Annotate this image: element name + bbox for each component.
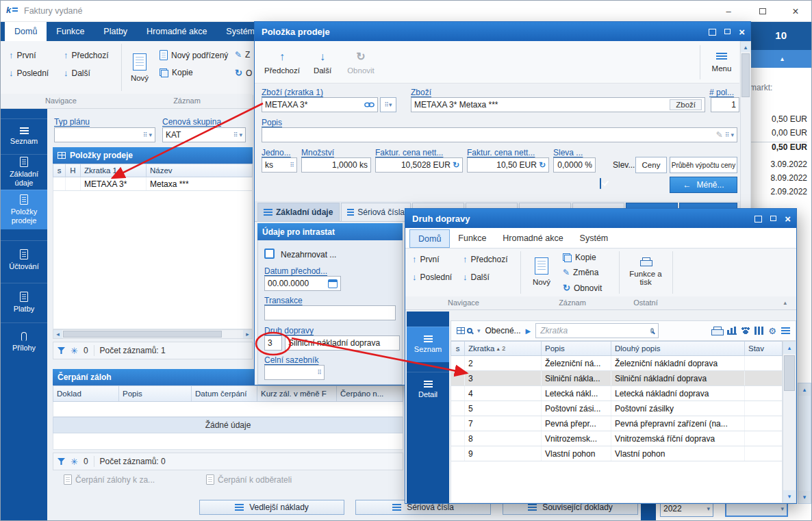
advances-grid-header[interactable]: Doklad Popis Datum čerpání Kurz zál. v m… — [53, 385, 403, 402]
last-button[interactable]: ↓Poslední — [9, 68, 49, 78]
column-header-popis[interactable]: Popis — [119, 386, 192, 401]
discount-label[interactable]: Sleva ... — [553, 148, 583, 157]
transition-date-input[interactable]: 00.00.0000 — [264, 276, 341, 291]
discount-input[interactable]: 0,0000 % — [553, 157, 596, 173]
chevron-right-icon[interactable]: ▸ — [243, 330, 252, 338]
price-net2-label[interactable]: Faktur. cena nett... — [467, 148, 535, 157]
recalc-icon[interactable]: ↻ — [453, 160, 459, 170]
column-header-kurz[interactable]: Kurz zál. v měně F — [257, 386, 337, 401]
sidebar-item-platby[interactable]: Platby — [1, 283, 47, 321]
chevron-left-icon[interactable]: ◂ — [53, 330, 62, 338]
column-header-popis[interactable]: Popis — [542, 342, 611, 355]
sidebar-item-zakladni-udaje[interactable]: Základní údaje — [1, 154, 47, 190]
transport-grid-header[interactable]: s Zkratka▲2 Popis Dlouhý popis Stav — [451, 341, 783, 356]
table-row[interactable]: 5 Poštovní zási... Poštovní zásilky — [451, 401, 783, 416]
transaction-input[interactable] — [264, 305, 396, 320]
first-button[interactable]: ↑První — [9, 50, 36, 60]
table-row[interactable]: 2 Železniční ná... Železniční nákladní d… — [451, 356, 783, 371]
quantity-label[interactable]: Množství — [301, 148, 334, 157]
column-header-cerpano[interactable]: Čerpáno n... — [337, 386, 403, 401]
previous-button[interactable]: ↑Předchozí — [260, 44, 304, 81]
table-row[interactable]: 4 Letecká nákl... Letecká nákladní dopra… — [451, 386, 783, 401]
items-grid-header[interactable]: s H Zkratka 1 Název — [53, 164, 253, 177]
transport-text-field[interactable]: Silniční nákladní doprava — [285, 335, 400, 351]
column-header-doklad[interactable]: Doklad — [53, 386, 119, 401]
tab-domu[interactable]: Domů — [409, 229, 450, 248]
tab-seriova-cisla[interactable]: Sériová čísla — [341, 203, 411, 222]
tariff-combo[interactable]: ⠿ — [264, 365, 325, 380]
transport-grid-vscrollbar[interactable]: ▴ ▾ — [783, 341, 796, 503]
next-button[interactable]: ↓Další — [463, 272, 490, 282]
vedlejsi-naklady-button[interactable]: Vedlejší náklady — [199, 500, 344, 515]
chart-icon[interactable] — [727, 327, 737, 335]
transport-code-input[interactable]: 3 — [264, 335, 282, 351]
calendar-icon[interactable] — [328, 279, 338, 288]
close-button[interactable]: × — [780, 1, 811, 22]
column-header-stav[interactable]: Stav — [745, 342, 782, 355]
chevron-up-icon[interactable]: ▴ — [783, 342, 796, 354]
transition-date-label[interactable]: Datum přechod... — [264, 266, 327, 276]
next-button[interactable]: ↓Další — [307, 44, 338, 81]
menu-icon[interactable] — [781, 327, 790, 334]
maximize-icon[interactable] — [770, 216, 776, 221]
position-input[interactable]: 1 — [711, 97, 739, 112]
new-child-button[interactable]: Nový podřízený — [160, 50, 228, 60]
items-grid-hscrollbar[interactable]: ◂ ▸ — [53, 329, 253, 339]
chevron-down-icon[interactable]: ▾ — [783, 490, 796, 503]
new-button[interactable]: Nový — [124, 45, 155, 90]
first-button[interactable]: ↑První — [412, 254, 440, 264]
chevron-up-icon[interactable]: ▴ — [741, 42, 750, 52]
less-button[interactable]: ←Méně... — [670, 177, 737, 193]
goods-input[interactable]: METAXA 3* Metaxa *** Zboží — [411, 97, 705, 112]
tab-hromadne-akce[interactable]: Hromadné akce — [137, 22, 216, 41]
tab-funkce[interactable]: Funkce — [450, 228, 494, 248]
scrollbar-thumb[interactable] — [63, 331, 222, 338]
table-row[interactable]: 8 Vnitrozemsk... Vnitrozemská říční dopr… — [451, 431, 783, 446]
paw-icon[interactable] — [741, 327, 750, 334]
next-button[interactable]: ↓Další — [64, 68, 90, 78]
advance-link-1[interactable]: Čerpání zálohy k za... — [64, 474, 155, 485]
unit-combo[interactable]: ks⠿ — [262, 157, 297, 173]
columns-icon[interactable] — [754, 327, 763, 335]
filter-icon[interactable] — [58, 347, 65, 354]
chevron-down-icon[interactable]: ▾ — [477, 327, 481, 334]
exclude-checkbox[interactable] — [264, 249, 275, 259]
items-grid-row[interactable]: METAXA 3* Metaxa *** — [53, 177, 253, 191]
refresh-button[interactable]: ↻O — [235, 68, 252, 78]
scrollbar-thumb[interactable] — [741, 53, 750, 97]
plan-type-label[interactable]: Typ plánu — [54, 117, 90, 127]
price-net2-input[interactable]: 10,50 EUR↻ — [467, 157, 549, 173]
sidebar-item-seznam[interactable]: Seznam — [407, 327, 449, 362]
scrollbar-thumb[interactable] — [784, 355, 795, 391]
column-header-s[interactable]: s — [53, 164, 66, 177]
change-button[interactable]: ✎Z — [235, 50, 250, 60]
sidebar-item-detail[interactable]: Detail — [407, 372, 449, 407]
sidebar-item-prilohy[interactable]: Přílohy — [1, 322, 47, 361]
refresh-button-disabled[interactable]: ↻Obnovit — [342, 44, 379, 81]
sidebar-item-polozky-prodeje[interactable]: Položky prodeje — [1, 190, 47, 229]
tab-funkce[interactable]: Funkce — [47, 22, 94, 41]
column-header-dlouhy-popis[interactable]: Dlouhý popis — [611, 342, 745, 355]
prices-button[interactable]: Ceny — [635, 157, 667, 173]
plan-type-combo[interactable]: ⠿▾ — [54, 127, 155, 142]
chevron-up-icon[interactable]: ▴ — [798, 383, 811, 396]
tab-domu[interactable]: Domů — [5, 22, 47, 41]
close-icon[interactable]: × — [785, 213, 791, 225]
description-label[interactable]: Popis — [262, 118, 282, 127]
recalc-icon[interactable]: ↻ — [539, 160, 546, 170]
column-header-h[interactable]: H — [66, 164, 81, 177]
goods-short-label[interactable]: Zboží (zkratka 1) — [262, 88, 323, 97]
copy-button[interactable]: Kopie — [160, 68, 193, 77]
column-header-datum-cerpani[interactable]: Datum čerpání — [192, 386, 257, 401]
price-net-input[interactable]: 10,5028 EUR↻ — [375, 157, 463, 173]
gear-icon[interactable]: ⚙ — [768, 326, 776, 336]
apply-view-icon[interactable]: ▶ — [526, 327, 531, 335]
column-header-zkratka1[interactable]: Zkratka 1 — [81, 164, 147, 177]
copy-button[interactable]: Kopie — [563, 253, 596, 262]
goods-short-input[interactable]: METAXA 3* — [262, 97, 378, 112]
previous-button[interactable]: ↑Předchozí — [463, 254, 508, 264]
transport-dialog-titlebar[interactable]: Druh dopravy — [405, 209, 796, 228]
discount-checkbox[interactable] — [600, 178, 601, 189]
search-box[interactable] — [535, 323, 659, 338]
tab-system[interactable]: Systém — [572, 228, 617, 248]
